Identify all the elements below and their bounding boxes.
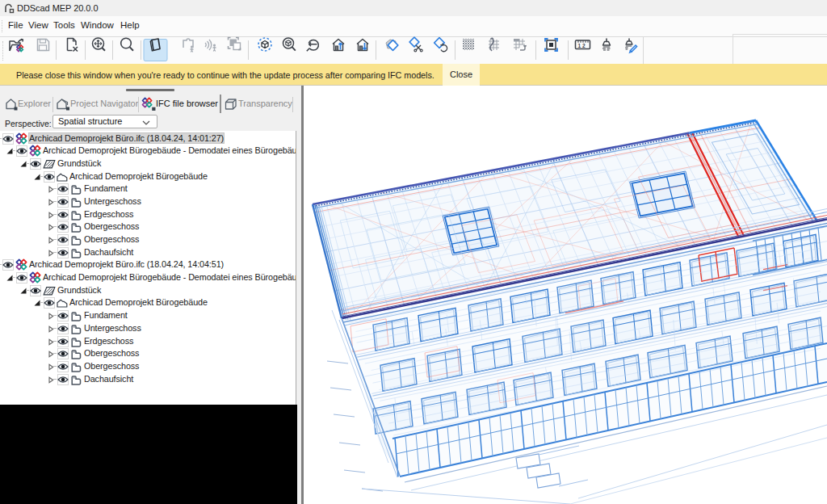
svg-text:1 2: 1 2: [578, 43, 586, 48]
